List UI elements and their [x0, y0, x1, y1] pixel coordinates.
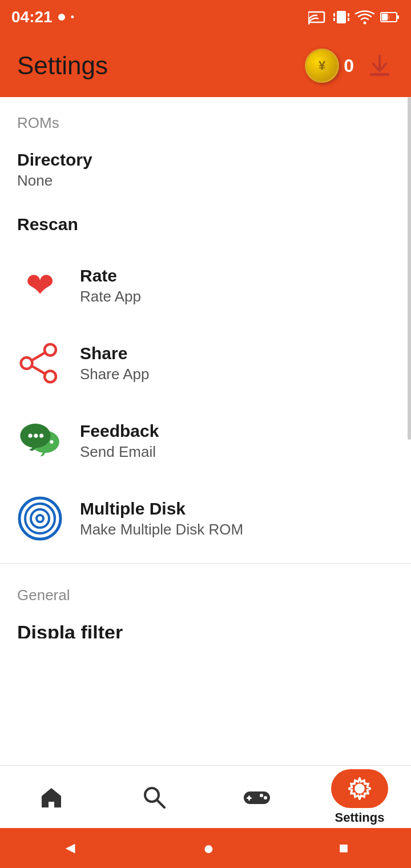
scroll-indicator — [408, 97, 411, 440]
section-divider — [0, 563, 411, 564]
settings-content: ROMs Directory None Rescan ❤ Rate Rate A… — [0, 97, 411, 638]
status-bar: 04:21 • — [0, 0, 411, 34]
disk-icon — [17, 496, 63, 541]
display-filter-label: Displa filter — [17, 621, 123, 638]
multiple-disk-item[interactable]: Multiple Disk Make Multiple Disk ROM — [0, 480, 411, 557]
svg-rect-3 — [333, 13, 335, 17]
wifi-icon — [355, 10, 374, 25]
action-items-section: ❤ Rate Rate App Share Share App — [0, 247, 411, 557]
svg-point-28 — [37, 515, 43, 522]
svg-line-30 — [157, 800, 164, 807]
search-icon-container — [143, 786, 166, 809]
notification-dot: • — [71, 11, 74, 23]
share-item[interactable]: Share Share App — [0, 324, 411, 402]
roms-section-header: ROMs — [0, 97, 411, 138]
page-title: Settings — [17, 51, 108, 80]
feedback-label: Feedback — [80, 421, 159, 441]
bottom-nav: Settings — [0, 765, 411, 828]
back-button[interactable]: ◄ — [62, 839, 78, 857]
vibrate-icon — [333, 9, 349, 26]
nav-gamepad[interactable] — [206, 787, 308, 807]
multiple-disk-label: Multiple Disk — [80, 499, 243, 519]
rescan-label: Rescan — [17, 215, 394, 234]
share-label: Share — [80, 344, 149, 363]
feedback-sublabel: Send Email — [80, 443, 159, 461]
nav-search[interactable] — [103, 786, 206, 809]
recent-button[interactable]: ■ — [339, 839, 349, 857]
coin-count: 0 — [344, 55, 354, 77]
home-button[interactable]: ● — [203, 838, 214, 859]
svg-line-15 — [33, 353, 45, 360]
general-section: General Displa filter — [0, 569, 411, 638]
feedback-item[interactable]: Feedback Send Email — [0, 402, 411, 480]
svg-point-22 — [29, 434, 33, 438]
svg-rect-2 — [337, 11, 346, 23]
directory-value: None — [17, 172, 394, 190]
download-icon[interactable] — [365, 53, 394, 79]
svg-point-7 — [364, 22, 366, 25]
svg-rect-4 — [333, 18, 335, 21]
rescan-setting[interactable]: Rescan — [0, 202, 411, 247]
status-indicator — [58, 14, 65, 21]
gamepad-icon — [243, 787, 271, 807]
home-icon-container — [39, 786, 63, 809]
nav-home[interactable] — [0, 786, 103, 809]
svg-point-14 — [45, 371, 56, 383]
svg-rect-5 — [348, 13, 349, 17]
svg-rect-11 — [370, 73, 389, 76]
coin-icon: ¥ — [305, 49, 339, 83]
status-icons — [308, 9, 400, 26]
display-filter-partial: Displa filter — [0, 610, 411, 638]
battery-icon — [380, 11, 400, 23]
roms-section: ROMs Directory None Rescan — [0, 97, 411, 247]
svg-point-12 — [45, 344, 56, 356]
svg-point-13 — [21, 357, 33, 369]
general-section-header: General — [0, 569, 411, 610]
svg-rect-33 — [247, 797, 252, 799]
share-icon — [19, 343, 61, 384]
wechat-icon — [17, 418, 63, 464]
gear-icon — [348, 777, 371, 800]
svg-point-23 — [34, 434, 38, 438]
heart-icon-container: ❤ — [17, 263, 63, 308]
share-text: Share Share App — [80, 344, 149, 383]
directory-setting[interactable]: Directory None — [0, 138, 411, 202]
svg-line-16 — [33, 366, 45, 373]
svg-point-24 — [39, 434, 43, 438]
feedback-text: Feedback Send Email — [80, 421, 159, 461]
gamepad-icon-container — [243, 787, 271, 807]
svg-rect-10 — [382, 14, 388, 21]
svg-point-35 — [264, 796, 267, 799]
nav-settings[interactable]: Settings — [308, 769, 411, 825]
multiple-disk-sublabel: Make Multiple Disk ROM — [80, 521, 243, 539]
disk-icon-container — [17, 496, 63, 541]
rate-text: Rate Rate App — [80, 266, 141, 306]
coin-balance: ¥ 0 — [305, 49, 354, 83]
svg-point-20 — [50, 440, 53, 444]
cast-icon — [308, 10, 328, 25]
settings-icon-container — [331, 769, 388, 808]
android-nav: ◄ ● ■ — [0, 828, 411, 868]
share-sublabel: Share App — [80, 365, 149, 383]
home-icon — [39, 786, 63, 809]
search-icon — [143, 786, 166, 809]
settings-nav-label: Settings — [335, 810, 385, 825]
svg-point-27 — [31, 509, 49, 528]
app-header: Settings ¥ 0 — [0, 34, 411, 97]
rate-label: Rate — [80, 266, 141, 286]
status-time: 04:21 — [11, 8, 53, 26]
svg-rect-6 — [348, 18, 349, 21]
directory-label: Directory — [17, 150, 394, 170]
share-icon-container — [17, 340, 63, 386]
header-actions: ¥ 0 — [305, 49, 394, 83]
svg-point-34 — [260, 794, 263, 797]
rate-sublabel: Rate App — [80, 288, 141, 306]
svg-rect-9 — [397, 15, 399, 19]
rate-item[interactable]: ❤ Rate Rate App — [0, 247, 411, 324]
heart-icon: ❤ — [26, 268, 54, 303]
wechat-icon-container — [17, 418, 63, 464]
multiple-disk-text: Multiple Disk Make Multiple Disk ROM — [80, 499, 243, 539]
